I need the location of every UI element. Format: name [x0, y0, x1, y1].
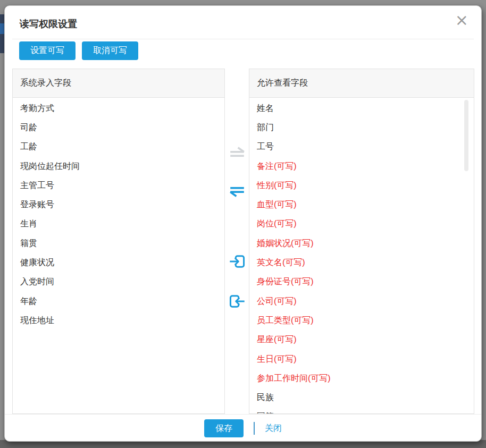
system-fields-header: 系统录入字段 [13, 69, 224, 98]
move-all-right-icon[interactable] [229, 253, 246, 269]
field-item[interactable]: 英文名(可写) [249, 253, 474, 272]
cancel-writable-button[interactable]: 取消可写 [82, 41, 138, 60]
field-item[interactable]: 员工类型(可写) [249, 311, 474, 330]
field-item[interactable]: 考勤方式 [13, 99, 224, 118]
field-item[interactable]: 现岗位起任时间 [13, 157, 224, 176]
footer-separator [254, 422, 255, 435]
field-item[interactable]: 入党时间 [13, 273, 224, 292]
field-item[interactable]: 生日(可写) [249, 350, 474, 369]
field-item[interactable]: 身份证号(可写) [249, 273, 474, 292]
field-item[interactable]: 星座(可写) [249, 331, 474, 350]
field-item[interactable]: 工号 [249, 138, 474, 157]
field-item[interactable]: 民族 [249, 388, 474, 407]
field-item[interactable]: 健康状况 [13, 253, 224, 272]
scrollbar-thumb[interactable] [464, 100, 468, 171]
field-item[interactable]: 备注(可写) [249, 157, 474, 176]
title-divider [12, 39, 474, 39]
close-button[interactable]: 关闭 [265, 423, 282, 434]
field-item[interactable]: 姓名 [249, 99, 474, 118]
field-item[interactable]: 参加工作时间(可写) [249, 369, 474, 388]
viewable-fields-panel: 允许查看字段 姓名部门工号备注(可写)性别(可写)血型(可写)岗位(可写)婚姻状… [249, 69, 474, 414]
field-item[interactable]: 血型(可写) [249, 195, 474, 214]
field-item[interactable]: 年龄 [13, 292, 224, 311]
close-icon[interactable]: × [455, 12, 468, 28]
system-fields-list: 考勤方式司龄工龄现岗位起任时间主管工号登录账号生肖籍贯健康状况入党时间年龄现住地… [13, 98, 224, 413]
system-fields-panel: 系统录入字段 考勤方式司龄工龄现岗位起任时间主管工号登录账号生肖籍贯健康状况入党… [12, 69, 225, 414]
field-item[interactable]: 部门 [249, 118, 474, 137]
field-item[interactable]: 工龄 [13, 138, 224, 157]
field-item[interactable]: 性别(可写) [249, 176, 474, 195]
dialog-title: 读写权限设置 [20, 18, 77, 30]
field-item[interactable]: 司龄 [13, 118, 224, 137]
set-writable-button[interactable]: 设置可写 [19, 41, 76, 60]
field-item[interactable]: 岗位(可写) [249, 215, 474, 234]
read-write-permission-dialog: 读写权限设置 × 设置可写 取消可写 系统录入字段 考勤方式司龄工龄现岗位起任时… [4, 5, 482, 442]
viewable-fields-list: 姓名部门工号备注(可写)性别(可写)血型(可写)岗位(可写)婚姻状况(可写)英文… [249, 98, 474, 413]
field-item[interactable]: 现住地址 [13, 311, 224, 330]
move-right-icon [229, 146, 246, 162]
dimmed-sidebar-badge [0, 23, 4, 34]
viewable-fields-header: 允许查看字段 [249, 69, 474, 98]
footer: 保存 关闭 [5, 415, 481, 442]
save-button[interactable]: 保存 [204, 419, 244, 437]
move-left-icon[interactable] [229, 182, 246, 198]
field-item[interactable]: 公司(可写) [249, 292, 474, 311]
field-item[interactable]: 登录账号 [13, 195, 224, 214]
field-item[interactable]: 籍贯 [13, 234, 224, 253]
toolbar: 设置可写 取消可写 [19, 41, 138, 60]
field-item[interactable]: 婚姻状况(可写) [249, 234, 474, 253]
field-item[interactable]: 国籍 [249, 408, 474, 413]
field-item[interactable]: 生肖 [13, 215, 224, 234]
move-all-left-icon[interactable] [229, 293, 246, 309]
field-item[interactable]: 主管工号 [13, 176, 224, 195]
